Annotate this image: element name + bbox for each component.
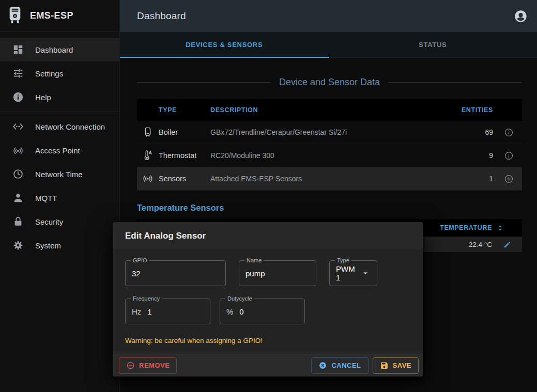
gear-icon: [12, 240, 24, 251]
device-table: TYPE DESCRIPTION ENTITIES Boiler GBx72/T…: [137, 99, 522, 191]
boiler-icon: [137, 127, 159, 138]
frequency-unit-prefix: Hz: [132, 307, 141, 316]
sidebar-item-label: Network Connection: [35, 122, 105, 131]
tab-devices-sensors[interactable]: DEVICES & SENSORS: [120, 32, 329, 57]
sort-icon[interactable]: [492, 224, 508, 232]
sidebar-item-label: Help: [35, 93, 51, 102]
dialog-footer: REMOVE CANCEL SAVE: [113, 354, 423, 377]
page-title: Dashboard: [137, 10, 186, 22]
dialog-title: Edit Analog Sensor: [113, 222, 423, 249]
sidebar-item-mqtt[interactable]: MQTT: [0, 186, 119, 210]
sidebar-item-network-connection[interactable]: Network Connection: [0, 115, 119, 138]
name-field[interactable]: Name: [239, 260, 316, 286]
tab-label: DEVICES & SENSORS: [186, 41, 263, 49]
sidebar-item-label: MQTT: [35, 194, 57, 202]
header-entities: ENTITIES: [454, 106, 495, 114]
sidebar-item-label: Settings: [35, 69, 63, 78]
section-title-divider: Device and Sensor Data: [137, 77, 522, 88]
access-point-icon: [12, 145, 24, 156]
table-row-boiler[interactable]: Boiler GBx72/Trendline/Cerapur/Greenstar…: [137, 121, 522, 144]
device-type: Boiler: [159, 128, 210, 136]
cancel-button[interactable]: CANCEL: [311, 357, 368, 374]
device-table-header: TYPE DESCRIPTION ENTITIES: [137, 99, 522, 121]
save-button[interactable]: SAVE: [373, 357, 419, 374]
sidebar-item-settings[interactable]: Settings: [0, 61, 119, 85]
sidebar-item-system[interactable]: System: [0, 233, 119, 257]
info-icon: [12, 91, 24, 103]
account-icon[interactable]: [514, 9, 528, 23]
sidebar-item-help[interactable]: Help: [0, 85, 119, 109]
lock-icon: [12, 216, 24, 227]
frequency-field[interactable]: Frequency Hz: [125, 299, 210, 324]
edit-analog-sensor-dialog: Edit Analog Sensor GPIO Name Type PWM 1: [113, 222, 423, 377]
gpio-field[interactable]: GPIO: [125, 260, 226, 286]
gpio-warning-text: Warning: be careful when assigning a GPI…: [125, 337, 410, 344]
app-title: EMS-ESP: [30, 10, 73, 21]
header-temperature: TEMPERATURE: [440, 224, 492, 231]
sidebar-item-dashboard[interactable]: Dashboard: [0, 38, 119, 61]
dashboard-icon: [12, 44, 24, 55]
frequency-input[interactable]: [147, 307, 204, 316]
dialog-body: GPIO Name Type PWM 1 Frequency: [113, 249, 423, 344]
device-description: GBx72/Trendline/Cerapur/Greenstar Si/27i: [210, 128, 454, 136]
table-row-thermostat[interactable]: Thermostat RC20/Moduline 300 9: [137, 144, 522, 167]
edit-pencil-icon[interactable]: [492, 241, 522, 248]
add-circle-icon[interactable]: [495, 174, 522, 184]
info-circle-icon[interactable]: [495, 128, 522, 137]
gpio-input[interactable]: [132, 269, 219, 278]
sidebar-item-label: Network Time: [35, 170, 83, 179]
thermostat-icon: [137, 150, 159, 161]
type-select[interactable]: Type PWM 1: [329, 260, 377, 286]
sensors-icon: [137, 173, 159, 184]
tab-bar: DEVICES & SENSORS STATUS: [120, 32, 537, 58]
section-title: Device and Sensor Data: [279, 77, 380, 88]
type-field-label: Type: [335, 257, 351, 264]
type-select-value: PWM 1: [336, 264, 360, 282]
sidebar-item-label: Dashboard: [35, 45, 73, 54]
table-row-sensors[interactable]: Sensors Attached EMS-ESP Sensors 1: [137, 167, 522, 191]
dialog-field-row-2: Frequency Hz Dutycycle %: [125, 299, 410, 324]
sidebar-item-label: Security: [35, 217, 63, 226]
device-type: Thermostat: [159, 151, 210, 160]
remove-button[interactable]: REMOVE: [119, 357, 177, 374]
sidebar-item-label: System: [35, 241, 61, 250]
sidebar-item-label: Access Point: [35, 146, 80, 155]
temperature-sensors-title: Temperature Sensors: [137, 203, 224, 213]
app-bar: Dashboard: [120, 0, 537, 32]
tab-label: STATUS: [419, 41, 447, 49]
name-input[interactable]: [246, 269, 310, 278]
device-entities: 9: [454, 151, 495, 160]
tune-icon: [12, 68, 24, 79]
device-description: RC20/Moduline 300: [210, 151, 454, 160]
dialog-field-row-1: GPIO Name Type PWM 1: [125, 260, 410, 286]
ems-esp-logo-icon: [7, 6, 23, 26]
device-type: Sensors: [159, 175, 210, 183]
tab-status[interactable]: STATUS: [329, 32, 537, 57]
network-connection-icon: [12, 121, 24, 132]
dutycycle-unit-prefix: %: [226, 307, 233, 316]
screen: EMS-ESP Dashboard Settings Help: [0, 0, 537, 392]
info-circle-icon[interactable]: [495, 151, 522, 161]
temperature-value: 22.4 °C: [469, 241, 492, 248]
save-button-label: SAVE: [393, 362, 411, 369]
sidebar-item-security[interactable]: Security: [0, 210, 119, 233]
gpio-field-label: GPIO: [131, 257, 149, 264]
cancel-button-label: CANCEL: [331, 362, 361, 369]
logo-row: EMS-ESP: [0, 0, 119, 32]
sidebar-item-access-point[interactable]: Access Point: [0, 138, 119, 162]
clock-icon: [12, 168, 24, 180]
dutycycle-input[interactable]: [239, 307, 298, 316]
dutycycle-field-label: Dutycycle: [225, 295, 254, 302]
device-description: Attached EMS-ESP Sensors: [210, 175, 454, 183]
name-field-label: Name: [244, 257, 264, 264]
sidebar-nav: Dashboard Settings Help Network Connec: [0, 32, 119, 257]
remove-circle-icon: [126, 361, 135, 370]
dutycycle-field[interactable]: Dutycycle %: [220, 299, 305, 324]
sidebar-item-network-time[interactable]: Network Time: [0, 162, 119, 186]
header-description: DESCRIPTION: [210, 106, 454, 114]
sidebar: EMS-ESP Dashboard Settings Help: [0, 0, 120, 392]
mqtt-icon: [12, 192, 24, 203]
save-floppy-icon: [380, 361, 389, 370]
sidebar-divider: [0, 112, 119, 112]
divider-line: [137, 82, 271, 83]
